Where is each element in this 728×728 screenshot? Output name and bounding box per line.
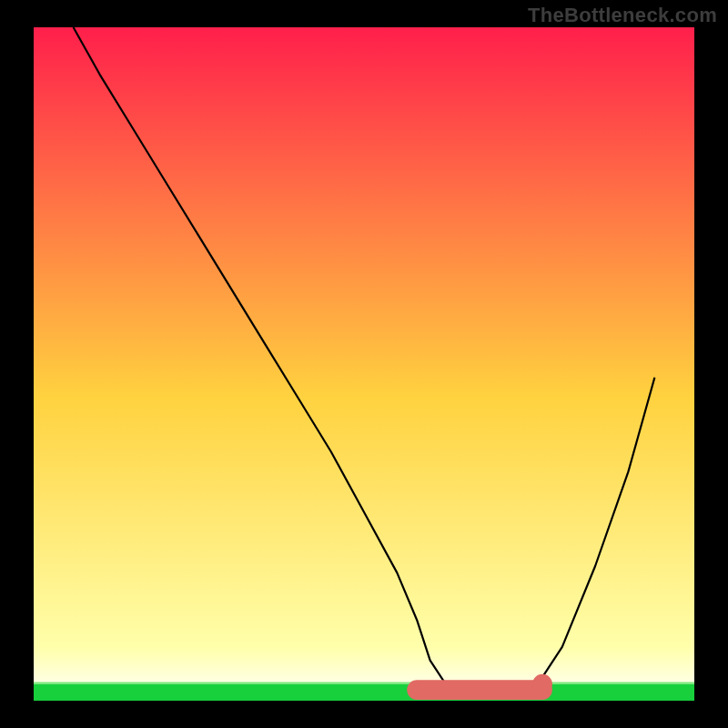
svg-rect-2 [34, 682, 694, 684]
chart-frame: TheBottleneck.com [0, 0, 728, 728]
flat-region-end-dot [532, 674, 552, 694]
chart-svg [0, 0, 728, 728]
svg-rect-1 [34, 684, 694, 702]
